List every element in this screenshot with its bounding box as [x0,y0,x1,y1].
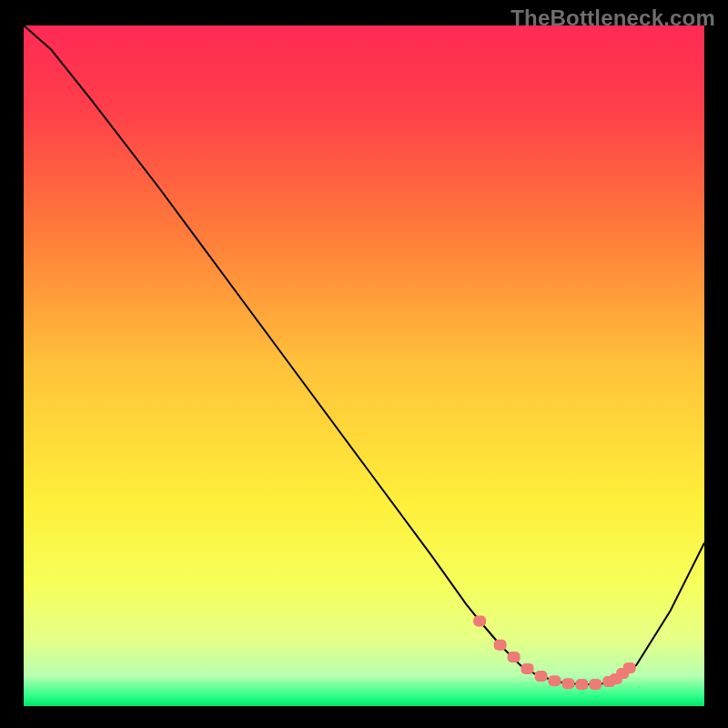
dot-marker [575,679,588,690]
watermark-text: TheBottleneck.com [511,5,715,31]
dot-marker [548,675,561,686]
dot-marker [623,662,636,673]
dot-marker [494,640,507,651]
dot-marker [561,678,574,689]
dot-marker [535,671,548,682]
dot-marker [508,652,521,662]
bottleneck-chart [24,25,704,706]
plot-area [24,25,704,706]
dot-marker [589,679,602,690]
dot-marker [521,663,534,674]
dot-marker [473,616,486,627]
chart-frame: TheBottleneck.com [0,0,728,728]
gradient-background [24,25,704,706]
